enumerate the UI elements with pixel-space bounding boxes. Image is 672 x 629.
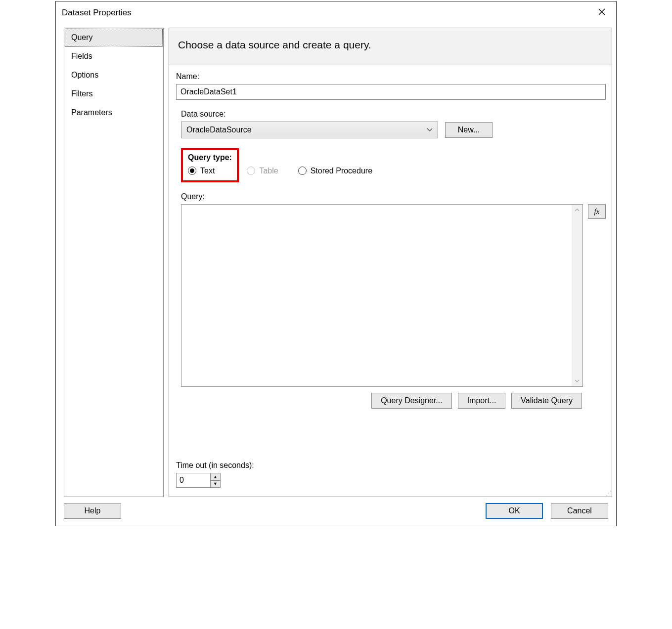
- radio-text[interactable]: Text: [188, 167, 215, 175]
- main-content: Name: Data source: OracleDataSource New.…: [169, 65, 612, 495]
- nav-item-parameters[interactable]: Parameters: [64, 103, 163, 122]
- cancel-button[interactable]: Cancel: [551, 503, 608, 519]
- name-label: Name:: [176, 72, 606, 81]
- radio-text-label: Text: [200, 167, 215, 175]
- timeout-label: Time out (in seconds):: [176, 461, 606, 470]
- dialog-body: Query Fields Options Filters Parameters …: [56, 24, 616, 497]
- expression-button[interactable]: fx: [588, 204, 606, 219]
- dialog-footer: Help OK Cancel: [56, 497, 616, 526]
- querytype-highlight: Query type: Text: [181, 148, 239, 182]
- spinner-down-icon[interactable]: ▼: [211, 481, 220, 488]
- scroll-down-icon[interactable]: [575, 377, 580, 384]
- nav-item-query[interactable]: Query: [64, 28, 163, 47]
- main-panel: Choose a data source and create a query.…: [169, 28, 612, 497]
- import-button[interactable]: Import...: [458, 393, 506, 409]
- nav-panel: Query Fields Options Filters Parameters: [64, 28, 164, 497]
- validate-query-button[interactable]: Validate Query: [511, 393, 582, 409]
- querytype-section: Query type: Text Table Sto: [181, 148, 606, 182]
- dataset-properties-dialog: Dataset Properties Query Fields Options …: [55, 1, 617, 526]
- timeout-section: Time out (in seconds): ▲ ▼: [176, 461, 606, 488]
- nav-item-fields[interactable]: Fields: [64, 47, 163, 66]
- titlebar: Dataset Properties: [56, 1, 616, 24]
- resize-grip-icon[interactable]: ⋰: [606, 490, 611, 497]
- radio-table: Table: [247, 167, 278, 175]
- radio-circle-icon: [188, 167, 196, 175]
- datasource-select[interactable]: OracleDataSource: [181, 122, 438, 138]
- scrollbar[interactable]: [572, 205, 582, 386]
- spinner-up-icon[interactable]: ▲: [211, 473, 220, 481]
- datasource-section: Data source: OracleDataSource New...: [181, 110, 606, 138]
- chevron-down-icon: [427, 126, 433, 133]
- datasource-selected: OracleDataSource: [186, 126, 252, 134]
- querytype-label: Query type:: [188, 153, 232, 162]
- name-input[interactable]: [176, 84, 606, 100]
- query-textarea-wrap: [181, 204, 583, 387]
- new-datasource-button[interactable]: New...: [445, 122, 493, 138]
- scroll-up-icon[interactable]: [575, 207, 580, 213]
- query-label: Query:: [181, 192, 606, 201]
- radio-table-label: Table: [259, 167, 278, 175]
- help-button[interactable]: Help: [64, 503, 121, 519]
- nav-item-options[interactable]: Options: [64, 66, 163, 84]
- query-designer-button[interactable]: Query Designer...: [371, 393, 452, 409]
- datasource-label: Data source:: [181, 110, 606, 119]
- ok-button[interactable]: OK: [486, 503, 543, 519]
- timeout-spinner[interactable]: ▲ ▼: [176, 473, 221, 488]
- radio-circle-icon: [298, 167, 307, 175]
- query-textarea[interactable]: [181, 205, 572, 386]
- query-section: Query:: [181, 192, 606, 452]
- dialog-title: Dataset Properties: [62, 8, 132, 18]
- radio-stored-label: Stored Procedure: [311, 167, 372, 175]
- radio-circle-icon: [247, 167, 255, 175]
- nav-item-filters[interactable]: Filters: [64, 84, 163, 103]
- radio-stored-procedure[interactable]: Stored Procedure: [298, 167, 372, 175]
- close-icon[interactable]: [593, 5, 610, 20]
- page-header: Choose a data source and create a query.: [169, 28, 612, 65]
- timeout-input[interactable]: [177, 473, 210, 487]
